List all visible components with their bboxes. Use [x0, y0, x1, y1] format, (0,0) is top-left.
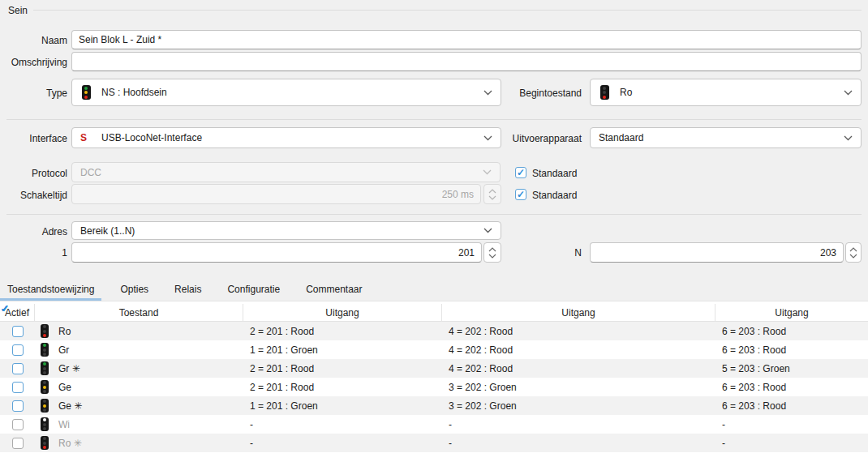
interface-dropdown[interactable]: S USB-LocoNet-Interface	[71, 127, 501, 148]
begintoestand-dropdown[interactable]: Ro	[590, 79, 862, 106]
table-row[interactable]: Wi - - -	[0, 415, 868, 434]
table-header: Actief Toestand Uitgang Uitgang Uitgang	[0, 304, 868, 322]
table-row[interactable]: Gr 1 = 201 : Groen 4 = 202 : Rood 6 = 20…	[0, 340, 868, 359]
begintoestand-label: Begintoestand	[438, 88, 582, 99]
signal-state-icon	[41, 324, 49, 338]
row-checkbox[interactable]	[12, 382, 24, 393]
output-cell: -	[715, 438, 868, 449]
state-label: Gr	[58, 344, 69, 356]
signal-state-icon	[41, 380, 49, 394]
signal-state-icon	[41, 417, 49, 431]
protocol-standaard-label: Standaard	[532, 168, 577, 179]
chevron-down-icon	[844, 135, 853, 141]
state-label: Gr ✳	[58, 363, 80, 374]
output-cell: 6 = 203 : Rood	[715, 326, 868, 337]
state-label: Ge	[58, 382, 71, 393]
chevron-down-icon	[483, 228, 492, 233]
output-cell: 4 = 202 : Rood	[442, 326, 715, 337]
output-cell: -	[715, 419, 868, 430]
state-label: Ge ✳	[58, 400, 82, 412]
group-divider	[33, 10, 862, 11]
uitvoerapparaat-value: Standaard	[599, 132, 643, 143]
table-row[interactable]: Ge ✳ 1 = 201 : Groen 3 = 202 : Groen 6 =…	[0, 396, 868, 415]
table-row[interactable]: Gr ✳ 2 = 201 : Rood 4 = 202 : Rood 5 = 2…	[0, 359, 868, 378]
adres-mode-value: Bereik (1..N)	[80, 225, 135, 237]
state-table: Actief Toestand Uitgang Uitgang Uitgang …	[0, 304, 868, 452]
begintoestand-signal-icon	[599, 85, 610, 100]
interface-value: USB-LocoNet-Interface	[101, 132, 202, 143]
begintoestand-value: Ro	[620, 87, 632, 98]
output-cell: 1 = 201 : Groen	[243, 344, 442, 356]
chevron-down-icon	[483, 169, 492, 175]
type-label: Type	[0, 88, 67, 99]
output-cell: 2 = 201 : Rood	[243, 363, 442, 374]
header-uitgang-3: Uitgang	[715, 304, 868, 322]
state-assignment-panel: Actief Toestand Uitgang Uitgang Uitgang …	[0, 301, 868, 466]
protocol-standaard-checkbox[interactable]	[515, 167, 526, 178]
state-label: Wi	[58, 419, 70, 430]
signal-state-icon	[41, 361, 49, 375]
type-dropdown[interactable]: NS : Hoofdsein	[71, 79, 501, 106]
row-checkbox[interactable]	[12, 438, 24, 449]
section-divider	[6, 214, 862, 215]
chevron-down-icon	[844, 90, 853, 96]
row-checkbox[interactable]	[12, 363, 24, 374]
output-cell: 5 = 203 : Groen	[715, 363, 868, 374]
header-uitgang-1: Uitgang	[243, 304, 442, 322]
output-cell: 3 = 202 : Groen	[442, 400, 715, 412]
table-row[interactable]: Ge 2 = 201 : Rood 3 = 202 : Groen 6 = 20…	[0, 378, 868, 396]
omschrijving-input[interactable]	[71, 52, 862, 71]
adres-start-input[interactable]	[71, 242, 482, 263]
row-checkbox[interactable]	[12, 326, 24, 337]
adres-end-input[interactable]	[590, 242, 844, 263]
section-divider	[6, 119, 862, 120]
naam-input[interactable]	[71, 30, 862, 49]
signal-type-icon	[80, 85, 92, 100]
interface-label: Interface	[0, 133, 67, 144]
state-label: Ro	[58, 326, 71, 337]
type-value: NS : Hoofdsein	[101, 87, 167, 98]
signal-state-icon	[41, 343, 49, 357]
table-row[interactable]: Ro ✳ - - -	[0, 434, 868, 452]
signal-properties-dialog: Sein Naam Omschrijving Type NS : Hoofdse…	[0, 0, 868, 466]
output-cell: 3 = 202 : Groen	[442, 382, 715, 393]
adres-end-label: N	[438, 247, 582, 259]
output-cell: -	[442, 419, 715, 430]
tab-relais[interactable]: Relais	[167, 279, 208, 301]
tab-toestandstoewijzing[interactable]: Toestandstoewijzing	[0, 279, 101, 301]
adres-mode-dropdown[interactable]: Bereik (1..N)	[71, 221, 501, 240]
tab-commentaar[interactable]: Commentaar	[299, 279, 369, 301]
output-cell: 6 = 203 : Rood	[715, 382, 868, 393]
output-cell: 2 = 201 : Rood	[243, 326, 442, 337]
row-checkbox[interactable]	[12, 419, 24, 430]
schakeltijd-stepper	[483, 184, 501, 204]
signal-state-icon	[41, 399, 49, 413]
tab-opties[interactable]: Opties	[113, 279, 156, 301]
output-cell: 6 = 203 : Rood	[715, 400, 868, 412]
row-checkbox[interactable]	[12, 344, 24, 356]
output-cell: -	[442, 438, 715, 449]
tab-bar: Toestandstoewijzing Opties Relais Config…	[0, 279, 868, 301]
uitvoerapparaat-dropdown[interactable]: Standaard	[590, 127, 862, 148]
tab-configuratie[interactable]: Configuratie	[220, 279, 287, 301]
protocol-value: DCC	[80, 167, 101, 178]
schakeltijd-label: Schakeltijd	[0, 190, 67, 201]
row-checkbox[interactable]	[12, 400, 24, 412]
header-toestand: Toestand	[35, 304, 243, 322]
adres-end-stepper[interactable]	[845, 242, 862, 263]
table-row[interactable]: Ro 2 = 201 : Rood 4 = 202 : Rood 6 = 203…	[0, 322, 868, 340]
signal-state-icon	[41, 436, 49, 450]
output-cell: 6 = 203 : Rood	[715, 344, 868, 356]
schakeltijd-input	[71, 184, 481, 204]
schakeltijd-standaard-checkbox[interactable]	[515, 189, 526, 200]
schakeltijd-standaard-label: Standaard	[532, 190, 577, 201]
output-cell: 1 = 201 : Groen	[243, 400, 442, 412]
uitvoerapparaat-label: Uitvoerapparaat	[438, 133, 582, 144]
output-cell: 4 = 202 : Rood	[442, 363, 715, 374]
state-label: Ro ✳	[58, 438, 82, 449]
adres-start-label: 1	[0, 247, 67, 259]
adres-label: Adres	[0, 226, 67, 237]
omschrijving-label: Omschrijving	[0, 57, 67, 68]
protocol-dropdown: DCC	[71, 162, 501, 182]
output-cell: -	[243, 438, 442, 449]
